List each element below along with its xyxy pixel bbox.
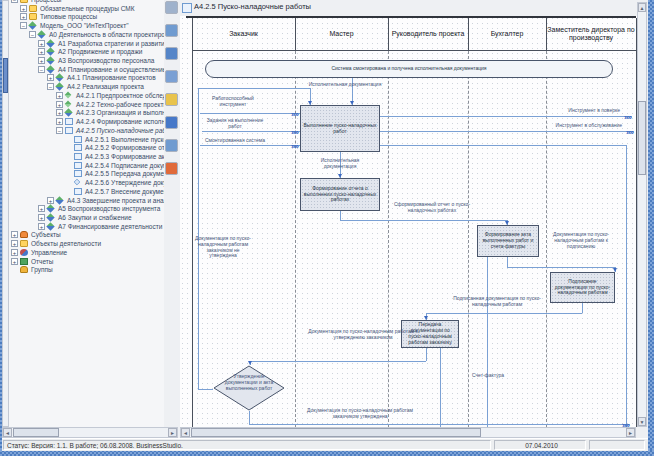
expand-icon[interactable]: + xyxy=(56,92,63,99)
layers-tool-icon[interactable] xyxy=(165,139,178,152)
expand-icon[interactable]: + xyxy=(11,240,18,247)
process-box-form-report[interactable]: Формирование отчета о выполнении пуско-н… xyxy=(300,178,380,211)
palette-tool-icon[interactable] xyxy=(165,93,178,106)
tree-item-А4.2.5.3[interactable]: А4.2.5.3 Формирование акта вы xyxy=(9,152,164,161)
connector[interactable] xyxy=(250,361,426,362)
connector[interactable] xyxy=(198,88,310,89)
tree-item-Объекты[interactable]: +Объекты деятельности xyxy=(9,239,164,248)
tree-item-А4.2.5.7[interactable]: А4.2.5.7 Внесение документаци xyxy=(9,187,164,196)
tree-item-А5[interactable]: +А5 Воспроизводство инструмента xyxy=(9,204,164,213)
tree-item-А4.2.5.2[interactable]: А4.2.5.2 Формирование отчета xyxy=(9,143,164,152)
diagram-canvas[interactable]: Заказчик Мастер Руководитель проекта Бух… xyxy=(180,16,638,427)
connector[interactable] xyxy=(200,113,300,114)
flow-label[interactable]: Инструмент в поверке xyxy=(510,108,620,114)
expand-icon[interactable]: + xyxy=(47,74,54,81)
collapse-icon[interactable]: − xyxy=(11,0,18,3)
collapse-icon[interactable]: − xyxy=(38,66,45,73)
scroll-up-icon[interactable]: ▲ xyxy=(638,3,646,12)
diagram-horizontal-scrollbar-thumb[interactable] xyxy=(191,428,481,437)
flow-label[interactable]: Инструмент в обслуживание xyxy=(500,123,622,129)
expand-icon[interactable]: + xyxy=(20,13,27,20)
zoom-tool-icon[interactable] xyxy=(165,47,178,60)
diagram-tab-title[interactable]: А4.2.5 Пуско-наладочные работы xyxy=(194,2,311,11)
tree-item-Типовые[interactable]: +Типовые процессы xyxy=(9,12,164,21)
history-tool-icon[interactable] xyxy=(165,116,178,129)
expand-icon[interactable]: + xyxy=(20,5,27,12)
expand-icon[interactable]: + xyxy=(11,249,18,256)
flow-label[interactable]: Документация по пуско-наладочным работам… xyxy=(550,232,612,249)
tree-item-А1[interactable]: +А1 Разработка стратегии и развитие бизн xyxy=(9,39,164,48)
tree-item-Модель_ООО[interactable]: −Модель_ООО "ИнТехПроект" xyxy=(9,21,164,30)
scroll-left-icon[interactable]: ◄ xyxy=(181,428,190,437)
grid-tool-icon[interactable] xyxy=(165,162,178,175)
expand-icon[interactable]: + xyxy=(38,48,45,55)
connector[interactable] xyxy=(626,145,627,427)
expand-icon[interactable]: + xyxy=(11,231,18,238)
process-box-sign-docs[interactable]: Подписание документации по пуско-наладоч… xyxy=(550,272,615,303)
tree-vertical-scrollbar[interactable] xyxy=(2,0,9,427)
process-box-perform-works[interactable]: Выполнение пуско-наладочных работ xyxy=(300,105,380,152)
tree-horizontal-scrollbar-thumb[interactable] xyxy=(13,428,59,437)
connector[interactable] xyxy=(487,257,488,427)
expand-icon[interactable]: + xyxy=(47,197,54,204)
connector[interactable] xyxy=(380,116,632,117)
scroll-right-icon[interactable]: ► xyxy=(168,428,177,437)
flow-label[interactable]: Документация по пуско-наладочным работам… xyxy=(194,236,252,259)
lane-header-deputy-director[interactable]: Заместитель директора по производству xyxy=(547,18,635,50)
diagram-vertical-scrollbar-thumb[interactable] xyxy=(638,101,646,175)
expand-icon[interactable]: + xyxy=(56,101,63,108)
tree-item-Управление[interactable]: +Управление xyxy=(9,248,164,257)
tree-item-А4.2.1[interactable]: +А4.2.1 Предпроектное обследовани xyxy=(9,91,164,100)
start-event-shape[interactable]: Система смонтирована и получена исполнит… xyxy=(205,60,613,78)
tree-horizontal-scrollbar[interactable]: ◄ ► xyxy=(2,427,178,438)
decision-label[interactable]: Утверждение документации и акта выполнен… xyxy=(220,374,278,391)
connector[interactable] xyxy=(249,424,630,425)
lane-header-project-manager[interactable]: Руководитель проекта xyxy=(389,18,467,50)
connector[interactable] xyxy=(340,220,507,221)
connector[interactable] xyxy=(426,313,582,314)
connector[interactable] xyxy=(198,389,213,390)
tree-item-А4.2.4[interactable]: +А4.2.4 Формирование исполнитель xyxy=(9,117,164,126)
flow-label[interactable]: Исполнительная документация xyxy=(305,158,375,170)
scroll-left-icon[interactable]: ◄ xyxy=(3,428,12,437)
pan-tool-icon[interactable] xyxy=(165,24,178,37)
flow-label[interactable]: Сформированный отчет о пуско-наладочных … xyxy=(393,202,471,214)
diagram-horizontal-scrollbar[interactable]: ◄ ► xyxy=(180,427,636,438)
tree-item-А4.3[interactable]: +А4.3 Завершение проекта и анализ рез xyxy=(9,196,164,205)
flow-label[interactable]: Счет-фактура xyxy=(470,373,506,379)
collapse-icon[interactable]: − xyxy=(56,127,63,134)
lane-header-accountant[interactable]: Бухгалтер xyxy=(469,18,545,50)
flow-label[interactable]: Исполнительная документация xyxy=(305,82,385,88)
tree-item-Группы[interactable]: Группы xyxy=(9,265,164,274)
expand-icon[interactable]: + xyxy=(56,118,63,125)
connector[interactable] xyxy=(249,411,250,424)
diagram-vertical-scrollbar[interactable]: ▲ ▼ xyxy=(637,2,647,427)
tree-item-Отчеты[interactable]: +Отчеты xyxy=(9,257,164,266)
flow-label[interactable]: Задания на выполнение работ xyxy=(206,118,264,130)
connector[interactable] xyxy=(202,131,300,132)
flow-label[interactable]: Подписанная документация по пуско-наладо… xyxy=(448,296,546,308)
tree-item-А4[interactable]: −А4 Планирование и осуществление проект xyxy=(9,65,164,74)
expand-icon[interactable]: + xyxy=(38,40,45,47)
tree-item-А6[interactable]: +А6 Закупки и снабжение xyxy=(9,213,164,222)
expand-icon[interactable]: + xyxy=(38,214,45,221)
tree-item-А4.1[interactable]: +А4.1 Планирование проектов xyxy=(9,73,164,82)
connector[interactable] xyxy=(426,348,427,361)
fit-page-tool-icon[interactable] xyxy=(165,70,178,83)
connector[interactable] xyxy=(582,303,583,313)
collapse-icon[interactable]: − xyxy=(29,31,36,38)
tree-item-Обязательные[interactable]: +Обязательные процедуры СМК xyxy=(9,4,164,13)
expand-icon[interactable]: + xyxy=(11,258,18,265)
select-tool-icon[interactable] xyxy=(165,1,178,14)
tree-item-А4.2.5.6[interactable]: А4.2.5.6 Утверждение докумен xyxy=(9,178,164,187)
expand-icon[interactable]: + xyxy=(38,223,45,230)
scroll-right-icon[interactable]: ► xyxy=(626,428,635,437)
connector[interactable] xyxy=(507,257,508,267)
lane-header-master[interactable]: Мастер xyxy=(296,18,387,50)
tree-item-А7[interactable]: +А7 Финансирование деятельности и разв xyxy=(9,222,164,231)
tree-item-А4.2.5.1[interactable]: А4.2.5.1 Выполнение пуско-нал xyxy=(9,135,164,144)
tree-item-А4.2.5.5[interactable]: А4.2.5.5 Передача документаци xyxy=(9,169,164,178)
connector[interactable] xyxy=(200,145,626,146)
tree-item-А4.2[interactable]: −А4.2 Реализация проекта xyxy=(9,82,164,91)
expand-icon[interactable]: + xyxy=(38,57,45,64)
